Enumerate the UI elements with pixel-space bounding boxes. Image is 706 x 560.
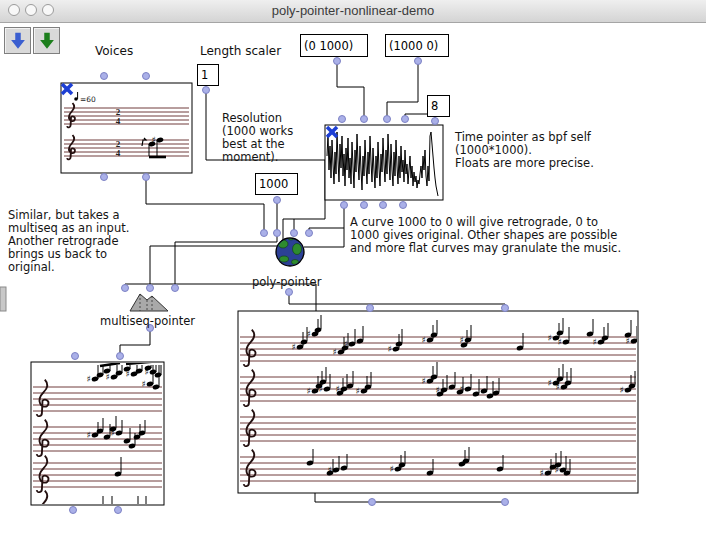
sharp-sign: ♯ [593,337,597,347]
connection-dot[interactable] [384,116,391,123]
sharp-sign: ♯ [422,335,426,345]
connection-dot[interactable] [143,174,150,181]
connection-dot[interactable] [117,353,124,360]
connection-dot[interactable] [143,73,150,80]
sharp-sign: ♯ [626,336,630,346]
connection-dot[interactable] [369,499,376,506]
connection-dot[interactable] [261,230,268,237]
connection-dot[interactable] [286,289,293,296]
connection-dot[interactable] [380,202,387,209]
length-scaler-label: Length scaler [200,44,281,58]
value-box-list-0-1000[interactable]: (0 1000) [300,34,368,57]
sharp-sign: ♯ [142,379,146,389]
patch-wire [304,205,344,247]
connection-dot[interactable] [274,230,281,237]
patch-wire [387,61,418,119]
comment-line: moment). [222,151,293,164]
sharp-sign: ♯ [556,382,560,392]
patch-wire [120,328,150,356]
connection-dot[interactable] [101,73,108,80]
connection-dot[interactable] [400,202,407,209]
connection-dot[interactable] [72,353,79,360]
time-signature-lower: 4 [116,148,121,158]
time-signature-lower: 4 [116,116,121,126]
connection-dot[interactable] [402,116,409,123]
connection-dot[interactable] [101,174,108,181]
value-box-one[interactable]: 1 [197,64,219,86]
multiseq-pointer-label: multiseq-pointer [100,314,194,328]
voices-label: Voices [95,44,133,58]
connection-dot[interactable] [339,116,346,123]
sharp-sign: ♯ [319,384,323,394]
patch-wire [315,493,505,502]
patch-wire [146,177,264,233]
window-title: poly-pointer-nonlinear-demo [0,0,706,22]
comment-line: Floats are more precise. [455,157,594,170]
sharp-sign: ♯ [388,344,392,354]
green-arrow-button[interactable] [33,27,60,54]
value-box-thousand[interactable]: 1000 [255,173,298,195]
comment-line: original. [8,261,129,274]
green-down-arrow-icon [36,30,58,52]
connection-dot[interactable] [361,202,368,209]
tempo-value: =60 [80,95,96,104]
sharp-sign: ♯ [620,385,624,395]
sharp-sign: ♯ [390,464,394,474]
connection-dot[interactable] [172,285,179,292]
sharp-sign: ♯ [460,335,464,345]
connection-dot[interactable] [70,507,77,514]
value-box-list-1000-0[interactable]: (1000 0) [385,34,449,57]
sharp-sign: ♯ [292,342,296,352]
connection-dot[interactable] [115,507,122,514]
value-box-eight[interactable]: 8 [427,95,450,117]
connection-dot[interactable] [147,285,154,292]
patch-wire [289,292,505,308]
comment-line: and more flat curves may granulate the m… [350,242,621,255]
sharp-sign: ♯ [307,386,311,396]
sharp-sign: ♯ [152,135,156,145]
comment-time-pointer: Time pointer as bpf self(1000*1000).Floa… [455,131,594,170]
poly-pointer-globe-icon[interactable] [276,236,304,266]
sharp-sign: ♯ [344,339,348,349]
patch-canvas[interactable]: 2424♯=60♯♯♯♯♯♯♯♯♯♯♯♯♯♯♯♯♯♯♯♯♯♯♯♯♯♯♯♯♯♯♯♯ [0,0,706,560]
connection-dot[interactable] [203,87,210,94]
connection-dot[interactable] [432,118,439,125]
multiseq-pointer-icon[interactable] [130,294,168,311]
sharp-sign: ♯ [307,329,311,339]
blue-arrow-button[interactable] [4,27,31,54]
connection-dot[interactable] [274,197,281,204]
connection-dot[interactable] [415,58,422,65]
connection-dot[interactable] [367,305,374,312]
comment-curve: A curve 1000 to 0 will give retrograde, … [350,216,621,255]
sharp-sign: ♯ [87,430,91,440]
poly-pointer-label: poly-pointer [252,275,320,289]
connection-dot[interactable] [334,58,341,65]
connection-dot[interactable] [306,230,313,237]
title-bar: poly-pointer-nonlinear-demo [0,0,706,23]
sharp-sign: ♯ [555,465,559,475]
comment-similar: Similar, but takes amultiseq as an input… [8,209,129,274]
sharp-sign: ♯ [87,374,91,384]
score-box-result-score[interactable] [238,311,638,493]
sharp-sign: ♯ [548,378,552,388]
scrollbar-stub[interactable] [0,287,6,311]
sharp-sign: ♯ [333,347,337,357]
comment-resolution: Resolution(1000 worksbest at themoment). [222,112,293,164]
connection-dot[interactable] [341,202,348,209]
connection-dot[interactable] [122,285,129,292]
patch-wire [337,61,364,119]
app-window: poly-pointer-nonlinear-demo 2424♯=60♯♯♯♯… [0,0,706,560]
sharp-sign: ♯ [422,376,426,386]
blue-down-arrow-icon [7,30,29,52]
patch-wire [309,228,344,233]
sharp-sign: ♯ [145,367,149,377]
sharp-sign: ♯ [558,337,562,347]
connection-dot[interactable] [502,499,509,506]
sharp-sign: ♯ [328,465,332,475]
sharp-sign: ♯ [126,369,130,379]
connection-dot[interactable] [291,230,298,237]
connection-dot[interactable] [502,305,509,312]
connection-dot[interactable] [361,116,368,123]
sharp-sign: ♯ [436,385,440,395]
sharp-sign: ♯ [548,333,552,343]
